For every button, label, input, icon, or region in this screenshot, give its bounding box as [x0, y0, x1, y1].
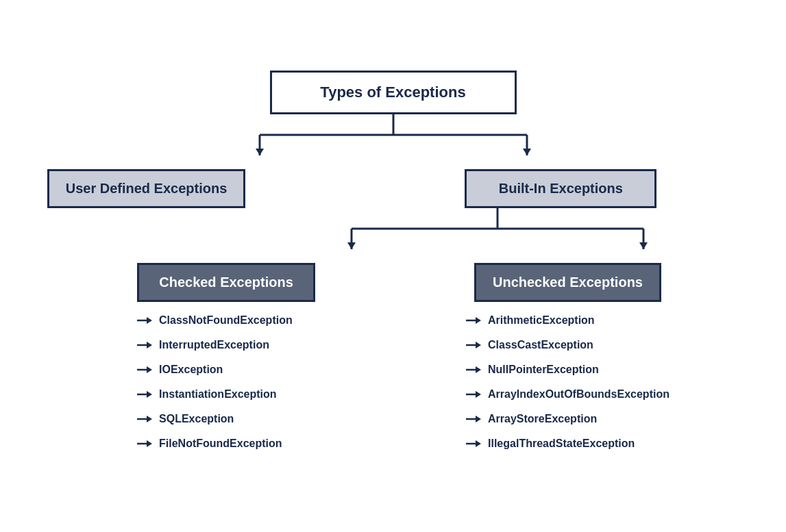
exception-name: InterruptedException — [159, 339, 269, 351]
exception-name: ClassNotFoundException — [159, 314, 293, 327]
svg-marker-19 — [147, 391, 152, 398]
list-item: IOException — [137, 364, 315, 376]
list-item: FileNotFoundException — [137, 438, 315, 450]
exception-name: SQLException — [159, 413, 234, 425]
list-item: IllegalThreadStateException — [466, 438, 670, 450]
svg-marker-35 — [476, 440, 481, 447]
list-item: NullPointerException — [466, 364, 670, 376]
builtin-box: Built-In Exceptions — [465, 169, 656, 208]
checked-label: Checked Exceptions — [159, 275, 293, 290]
root-label: Types of Exceptions — [320, 84, 465, 101]
svg-marker-25 — [476, 317, 481, 324]
root-section: Types of Exceptions — [195, 71, 592, 169]
arrow-icon — [137, 364, 152, 375]
builtin-col: Built-In Exceptions — [382, 169, 739, 263]
svg-marker-5 — [523, 149, 531, 155]
exception-name: IOException — [159, 364, 223, 376]
arrow-icon — [466, 414, 481, 425]
svg-marker-4 — [256, 149, 264, 155]
list-item: ArrayIndexOutOfBoundsException — [466, 388, 670, 401]
arrow-icon — [137, 340, 152, 351]
exception-name: ArithmeticException — [488, 314, 595, 327]
arrow-icon — [466, 438, 481, 449]
svg-marker-23 — [147, 440, 152, 447]
exception-name: ClassCastException — [488, 339, 593, 351]
exception-tree: Types of Exceptions User Defined Excepti… — [0, 71, 786, 462]
svg-marker-17 — [147, 366, 152, 373]
unchecked-label: Unchecked Exceptions — [493, 275, 643, 290]
svg-marker-10 — [347, 242, 356, 249]
exception-name: IllegalThreadStateException — [488, 438, 635, 450]
svg-marker-27 — [476, 342, 481, 349]
list-item: InstantiationException — [137, 388, 315, 401]
list-item: InterruptedException — [137, 339, 315, 351]
svg-marker-15 — [147, 342, 152, 349]
user-defined-col: User Defined Exceptions — [47, 169, 246, 208]
svg-marker-33 — [476, 416, 481, 422]
list-item: ArrayStoreException — [466, 413, 670, 425]
arrow-icon — [466, 389, 481, 400]
unchecked-list: ArithmeticException ClassCastException N… — [466, 314, 670, 462]
svg-marker-13 — [147, 317, 152, 324]
exception-name: InstantiationException — [159, 388, 277, 401]
root-box: Types of Exceptions — [270, 71, 517, 114]
checked-col: Checked Exceptions ClassNotFoundExceptio… — [137, 263, 315, 462]
builtin-label: Built-In Exceptions — [499, 181, 623, 197]
list-item: ArithmeticException — [466, 314, 670, 327]
list-item: SQLException — [137, 413, 315, 425]
arrow-icon — [137, 438, 152, 449]
unchecked-col: Unchecked Exceptions ArithmeticException… — [466, 263, 670, 462]
user-defined-box: User Defined Exceptions — [47, 169, 246, 208]
root-to-level2-connector — [195, 114, 592, 169]
checked-list: ClassNotFoundException InterruptedExcept… — [137, 314, 315, 462]
svg-marker-11 — [639, 242, 648, 249]
svg-marker-31 — [476, 391, 481, 398]
arrow-icon — [137, 414, 152, 425]
checked-box: Checked Exceptions — [137, 263, 315, 302]
level3-section: Checked Exceptions ClassNotFoundExceptio… — [0, 263, 786, 462]
exception-name: ArrayStoreException — [488, 413, 597, 425]
arrow-icon — [466, 340, 481, 351]
arrow-icon — [137, 315, 152, 326]
arrow-icon — [466, 364, 481, 375]
exception-name: NullPointerException — [488, 364, 599, 376]
user-defined-label: User Defined Exceptions — [66, 181, 228, 197]
list-item: ClassNotFoundException — [137, 314, 315, 327]
arrow-icon — [466, 315, 481, 326]
exception-name: ArrayIndexOutOfBoundsException — [488, 388, 670, 401]
builtin-to-level3-connector — [319, 208, 676, 263]
svg-marker-29 — [476, 366, 481, 373]
svg-marker-21 — [147, 416, 152, 422]
unchecked-box: Unchecked Exceptions — [474, 263, 661, 302]
list-item: ClassCastException — [466, 339, 670, 351]
arrow-icon — [137, 389, 152, 400]
exception-name: FileNotFoundException — [159, 438, 282, 450]
level2-section: User Defined Exceptions Built-In Excepti… — [0, 169, 786, 263]
